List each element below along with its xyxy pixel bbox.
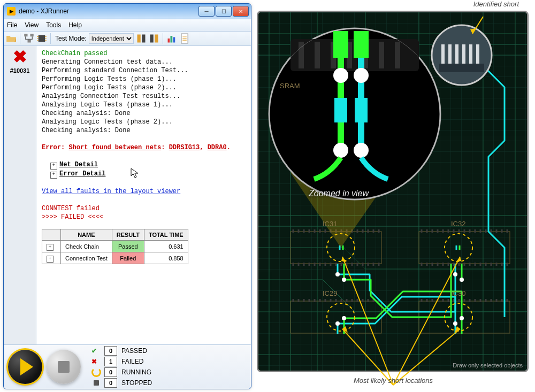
- svg-rect-5: [142, 35, 145, 43]
- svg-rect-10: [173, 37, 175, 43]
- error-net-link[interactable]: DDRA0: [208, 144, 227, 151]
- expand-icon[interactable]: +: [50, 163, 57, 170]
- svg-rect-40: [355, 98, 368, 122]
- error-net-link[interactable]: DDRSIG13: [169, 144, 200, 151]
- svg-rect-3: [39, 35, 45, 42]
- report-icon[interactable]: [179, 33, 190, 44]
- failed-banner: >>>> FAILED <<<<: [42, 213, 248, 221]
- svg-rect-36: [354, 31, 369, 58]
- svg-point-41: [333, 68, 348, 83]
- svg-rect-4: [137, 35, 140, 43]
- stopped-label: STOPPED: [121, 379, 152, 387]
- play-button[interactable]: [8, 350, 42, 384]
- table-row[interactable]: + Check Chain Passed 0.631: [42, 241, 188, 252]
- expand-icon[interactable]: +: [47, 256, 54, 263]
- svg-point-46: [432, 25, 492, 85]
- expand-icon[interactable]: +: [50, 172, 57, 179]
- log-line: Generating Connection test data...: [42, 58, 248, 66]
- col-name: NAME: [61, 229, 112, 241]
- tree-icon[interactable]: [24, 33, 34, 44]
- svg-rect-6: [150, 35, 153, 43]
- menu-view[interactable]: View: [25, 21, 39, 29]
- log-line: Performing standard Connection Test...: [42, 66, 248, 75]
- table-row[interactable]: + Connection Test Failed 0.858: [42, 252, 188, 264]
- run-id: #10031: [4, 67, 36, 74]
- chart-icon[interactable]: [166, 33, 177, 44]
- results-table: NAME RESULT TOTAL TIME + Check Chain Pas…: [42, 229, 188, 264]
- svg-point-28: [460, 316, 464, 320]
- close-button[interactable]: ✕: [233, 6, 249, 17]
- svg-rect-14: [182, 40, 187, 41]
- fail-x-icon: ✖: [4, 48, 36, 65]
- window-title: demo - XJRunner: [19, 7, 198, 15]
- menu-tools[interactable]: Tools: [46, 21, 61, 29]
- svg-rect-39: [334, 98, 347, 122]
- log-panel[interactable]: CheckChain passed Generating Connection …: [36, 46, 251, 344]
- passed-count: 0: [104, 346, 117, 356]
- svg-point-22: [342, 278, 346, 282]
- svg-rect-7: [155, 35, 158, 43]
- log-line: Analysing Logic Tests (phase 1)...: [42, 101, 248, 109]
- passed-label: PASSED: [121, 347, 152, 355]
- menu-help[interactable]: Help: [68, 21, 82, 29]
- svg-rect-12: [182, 36, 187, 36]
- failed-count: 1: [104, 357, 117, 366]
- svg-rect-35: [333, 31, 348, 58]
- expand-icon[interactable]: +: [47, 244, 54, 251]
- col-time: TOTAL TIME: [144, 229, 188, 241]
- error-short-link[interactable]: Short found between nets: [68, 144, 161, 151]
- stopped-count: 0: [104, 378, 117, 388]
- running-icon: [91, 367, 101, 377]
- ic31-label: IC31: [323, 220, 337, 228]
- svg-point-27: [453, 321, 457, 326]
- minimize-button[interactable]: ─: [198, 6, 215, 17]
- log-line: Checking analysis: Done: [42, 109, 248, 118]
- net-detail-toggle[interactable]: +Net Detail: [50, 160, 248, 170]
- status-bar: ✔ 0 PASSED ✖ 1 FAILED 0 RUNNING 0 STOPPE…: [4, 344, 251, 389]
- maximize-button[interactable]: ☐: [216, 6, 232, 17]
- svg-rect-13: [182, 38, 187, 39]
- run-sidebar: ✖ #10031: [4, 46, 36, 344]
- log-line: CheckChain passed: [42, 49, 248, 58]
- svg-point-24: [460, 278, 464, 282]
- annotation-bottom: Most likely short locations: [257, 372, 530, 385]
- layout-viewer[interactable]: Zoomed in view SRAM IC31 IC32 IC29 IC30 …: [257, 11, 529, 372]
- log-line: Analysing Connection Test results...: [42, 92, 248, 101]
- ic32-label: IC32: [451, 220, 465, 228]
- svg-rect-1: [30, 34, 34, 36]
- stop-button[interactable]: [47, 350, 81, 384]
- ic29-label: IC29: [323, 289, 337, 297]
- error-detail-toggle[interactable]: +Error Detail: [50, 170, 248, 179]
- tool-bar: Test Mode: Independent: [4, 32, 251, 46]
- open-icon[interactable]: [6, 33, 17, 44]
- app-window: ▶ demo - XJRunner ─ ☐ ✕ File View Tools …: [3, 3, 251, 389]
- result-cell: Passed: [112, 241, 144, 252]
- svg-rect-9: [170, 36, 172, 43]
- failed-label: FAILED: [121, 358, 152, 365]
- svg-point-42: [354, 68, 369, 83]
- app-icon: ▶: [7, 7, 16, 16]
- test-mode-select[interactable]: Independent: [89, 33, 134, 44]
- layout-footer: Draw only selected objects: [453, 362, 523, 368]
- stopped-icon: [94, 380, 99, 386]
- toolbar-icon-b[interactable]: [149, 33, 159, 44]
- conntest-failed: CONNTEST failed: [42, 204, 248, 213]
- svg-rect-0: [24, 34, 27, 36]
- svg-rect-2: [28, 40, 31, 43]
- toolbar-icon-a[interactable]: [136, 33, 147, 44]
- ic30-label: IC30: [451, 289, 465, 297]
- log-line: Performing Logic Tests (phase 2)...: [42, 83, 248, 92]
- test-mode-label: Test Mode:: [55, 35, 87, 42]
- title-bar: ▶ demo - XJRunner ─ ☐ ✕: [4, 4, 251, 19]
- chip-icon[interactable]: [36, 33, 47, 44]
- menu-bar: File View Tools Help: [4, 19, 251, 32]
- result-cell: Failed: [112, 252, 144, 264]
- svg-rect-8: [167, 39, 170, 43]
- svg-rect-47: [439, 64, 484, 72]
- fail-icon: ✖: [91, 358, 101, 365]
- menu-file[interactable]: File: [7, 21, 17, 29]
- zoom-label: Zoomed in view: [309, 189, 369, 198]
- log-line: Analysing Logic Tests (phase 2)...: [42, 118, 248, 126]
- view-faults-link[interactable]: View all faults in the layout viewer: [42, 188, 180, 195]
- log-line: Checking analysis: Done: [42, 126, 248, 135]
